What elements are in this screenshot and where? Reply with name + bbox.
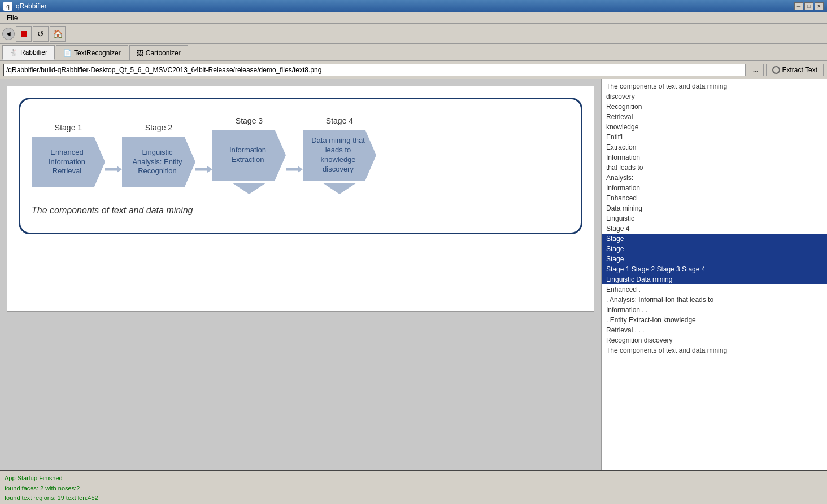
text-list-item[interactable]: The components of text and data mining	[602, 81, 827, 91]
text-list-item[interactable]: Recognition discovery	[602, 335, 827, 345]
stage-3-label: Stage 3	[236, 116, 263, 125]
app-icon: q	[3, 2, 12, 11]
toolbar: ◀ ⏹ ↺ 🏠	[0, 24, 827, 44]
stage-4-block: Stage 4 Data mining that leads to knowle…	[303, 116, 376, 194]
close-button[interactable]: ✕	[815, 2, 824, 10]
image-container: Stage 1 Enhanced Information Retrieval S…	[7, 86, 594, 312]
text-list-item[interactable]: Retrieval . . .	[602, 325, 827, 335]
stop-button[interactable]: ⏹	[16, 26, 32, 42]
extract-text-button[interactable]: Extract Text	[766, 64, 824, 76]
diagram-caption: The components of text and data mining	[32, 205, 569, 216]
stage-1-label: Stage 1	[55, 123, 82, 132]
text-list-item[interactable]: Information . .	[602, 305, 827, 315]
text-list-item[interactable]: Data mining	[602, 203, 827, 213]
text-list-item[interactable]: . Analysis: Informal-Ion that leads to	[602, 295, 827, 305]
extract-icon	[772, 66, 780, 74]
main-content: Stage 1 Enhanced Information Retrieval S…	[0, 79, 827, 470]
refresh-button[interactable]: ↺	[33, 26, 49, 42]
text-panel[interactable]: The components of text and data miningdi…	[601, 79, 827, 470]
textrecognizer-tab-icon: 📄	[63, 49, 72, 57]
app-title: qRabbifier	[16, 2, 47, 10]
stage-4-arrow: Data mining that leads to knowledge disc…	[303, 130, 376, 181]
diagram-wrapper: Stage 1 Enhanced Information Retrieval S…	[19, 98, 582, 234]
rabbifier-tab-label: Rabbifier	[20, 49, 47, 56]
tab-textrecognizer[interactable]: 📄 TextRecognizer	[56, 45, 128, 60]
status-bar: App Startup Finished found faces: 2 with…	[0, 470, 827, 504]
text-list-item[interactable]: Enhanced	[602, 193, 827, 203]
stage-3-block: Stage 3 Information Extraction	[212, 116, 286, 194]
stage-1-arrow: Enhanced Information Retrieval	[32, 137, 105, 187]
browse-button[interactable]: ...	[748, 64, 764, 76]
text-list-item[interactable]: Stage	[602, 234, 827, 244]
text-list-item[interactable]: Extraction	[602, 142, 827, 152]
text-list-item[interactable]: Entit'l	[602, 132, 827, 142]
path-bar: ... Extract Text	[0, 61, 827, 79]
text-list-item[interactable]: Recognition	[602, 102, 827, 112]
text-list-item[interactable]: Stage 1 Stage 2 Stage 3 Stage 4	[602, 264, 827, 274]
textrecognizer-tab-label: TextRecognizer	[74, 49, 121, 57]
cartoonizer-tab-icon: 🖼	[137, 49, 143, 57]
tab-bar: 🐇 Rabbifier 📄 TextRecognizer 🖼 Cartooniz…	[0, 44, 827, 61]
text-list-item[interactable]: Information	[602, 183, 827, 193]
stage-3-down-arrow	[232, 183, 266, 194]
connector-1	[105, 166, 122, 173]
stage-3-text: Information Extraction	[218, 146, 277, 165]
stages-row: Stage 1 Enhanced Information Retrieval S…	[32, 116, 569, 194]
text-list-item[interactable]: knowledge	[602, 122, 827, 132]
text-list-item[interactable]: that leads to	[602, 163, 827, 173]
file-menu[interactable]: File	[2, 13, 22, 23]
title-bar: q qRabbifier ─ □ ✕	[0, 0, 827, 12]
text-list-item[interactable]: discovery	[602, 91, 827, 102]
text-list-item[interactable]: Retrieval	[602, 112, 827, 122]
text-list-item[interactable]: . Entity Extract-Ion knowledge	[602, 315, 827, 325]
cartoonizer-tab-label: Cartoonizer	[146, 49, 181, 57]
text-list-item[interactable]: Stage 4	[602, 223, 827, 234]
tab-cartoonizer[interactable]: 🖼 Cartoonizer	[129, 45, 188, 60]
stage-4-label: Stage 4	[326, 116, 353, 125]
tab-rabbifier[interactable]: 🐇 Rabbifier	[2, 45, 55, 60]
stage-1-block: Stage 1 Enhanced Information Retrieval	[32, 123, 105, 187]
menu-bar: File	[0, 12, 827, 24]
file-path-input[interactable]	[3, 64, 746, 76]
text-list-item[interactable]: Linguistic	[602, 213, 827, 223]
stage-2-text: Linguistic Analysis: Entity Recognition	[128, 148, 187, 177]
home-button[interactable]: 🏠	[50, 26, 66, 42]
text-list-item[interactable]: Stage	[602, 244, 827, 254]
connector-3	[286, 166, 303, 173]
stage-3-arrow: Information Extraction	[212, 130, 286, 181]
connector-2	[195, 166, 212, 173]
stage-2-label: Stage 2	[145, 123, 172, 132]
image-panel: Stage 1 Enhanced Information Retrieval S…	[0, 79, 601, 470]
stage-4-down-arrow	[323, 183, 356, 194]
text-list-item[interactable]: The components of text and data mining	[602, 345, 827, 356]
stage-2-block: Stage 2 Linguistic Analysis: Entity Reco…	[122, 123, 195, 187]
text-list-item[interactable]: Enhanced .	[602, 284, 827, 295]
text-list-item[interactable]: Information	[602, 152, 827, 163]
text-list-item[interactable]: Linguistic Data mining	[602, 274, 827, 284]
minimize-button[interactable]: ─	[794, 2, 803, 10]
rabbifier-tab-icon: 🐇	[10, 49, 18, 56]
back-button[interactable]: ◀	[2, 28, 15, 40]
extract-btn-label: Extract Text	[782, 66, 817, 74]
stage-2-arrow: Linguistic Analysis: Entity Recognition	[122, 137, 195, 187]
status-line-1: App Startup Finished	[5, 474, 822, 484]
status-line-2: found faces: 2 with noses:2	[5, 484, 822, 494]
stage-1-text: Enhanced Information Retrieval	[37, 148, 97, 177]
text-list-item[interactable]: Stage	[602, 254, 827, 264]
text-list-item[interactable]: Analysis:	[602, 173, 827, 183]
maximize-button[interactable]: □	[804, 2, 813, 10]
stage-4-text: Data mining that leads to knowledge disc…	[308, 136, 368, 174]
status-line-3: found text regions: 19 text len:452	[5, 493, 822, 503]
